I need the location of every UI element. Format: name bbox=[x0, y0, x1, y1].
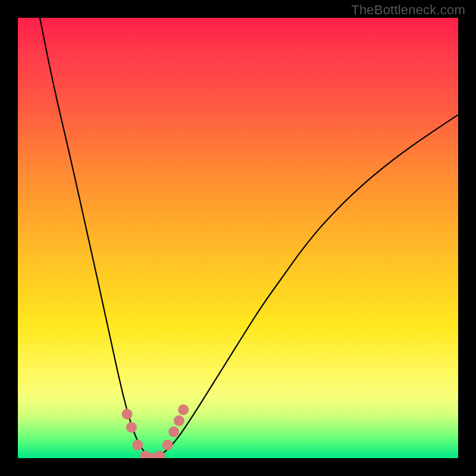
marker-dot bbox=[154, 450, 165, 458]
marker-dot bbox=[174, 415, 184, 426]
marker-dot bbox=[126, 422, 137, 433]
marker-dot bbox=[122, 409, 133, 419]
plot-area bbox=[18, 18, 458, 458]
marker-dot bbox=[178, 405, 189, 415]
marker-group bbox=[122, 405, 189, 458]
bottleneck-curve bbox=[40, 18, 458, 458]
watermark-text: TheBottleneck.com bbox=[351, 2, 465, 18]
curve-svg bbox=[18, 18, 458, 458]
marker-dot bbox=[168, 427, 179, 437]
marker-dot bbox=[162, 440, 173, 450]
chart-frame: TheBottleneck.com bbox=[0, 0, 476, 476]
marker-dot bbox=[132, 440, 143, 450]
